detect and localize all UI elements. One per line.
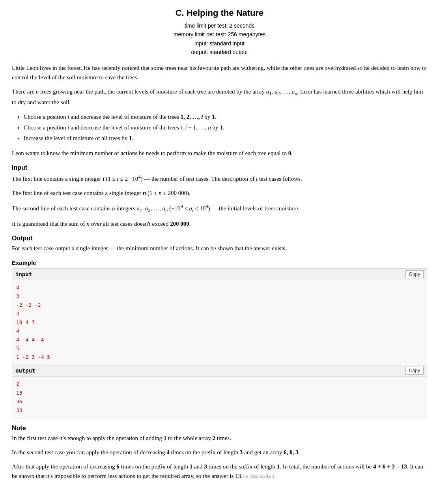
problem-title: C. Helping the Nature	[12, 8, 427, 18]
input-p1: The first line contains a single integer…	[12, 173, 427, 184]
intro-p3: Leon wants to know the minimum number of…	[12, 148, 427, 158]
n-var: n	[36, 88, 39, 95]
output-code-block: output Copy 2 13 36 33	[12, 365, 427, 418]
example-section: Example input Copy 4 3 -2 -2 -2 3 10 4 7…	[12, 259, 427, 418]
output-title: Output	[12, 235, 427, 242]
note-section: Note In the first test case it's enough …	[12, 425, 427, 481]
time-limit: time limit per test: 2 seconds	[12, 21, 427, 30]
meta-info: time limit per test: 2 seconds memory li…	[12, 21, 427, 57]
input-line-6: 4	[16, 327, 423, 335]
note-p2: In the second test case you can apply th…	[12, 448, 427, 457]
output-code-content: 2 13 36 33	[12, 377, 427, 418]
input-section: Input The first line contains a single i…	[12, 164, 427, 229]
watermark: CSDN@Stallar3.	[243, 474, 275, 479]
output-section: Output For each test case output a singl…	[12, 235, 427, 253]
input-copy-button[interactable]: Copy	[405, 270, 424, 278]
output-code-header: output Copy	[12, 365, 427, 377]
input-line-8: 5	[16, 344, 423, 353]
intro-p2: There are n trees growing near the path,…	[12, 87, 427, 107]
input-code-block: input Copy 4 3 -2 -2 -2 3 10 4 7 4 4 -4 …	[12, 268, 427, 365]
input-line-3: -2 -2 -2	[16, 301, 423, 309]
output-code-label: output	[15, 367, 35, 374]
ability-1: Choose a position i and decrease the lev…	[24, 112, 427, 122]
output-p1: For each test case output a single integ…	[12, 244, 427, 253]
output-type: output: standard output	[12, 48, 427, 56]
input-line-9: 1 -2 3 -4 5	[16, 353, 423, 362]
input-type: input: standard input	[12, 39, 427, 48]
output-copy-button[interactable]: Copy	[405, 367, 424, 375]
memory-limit: memory limit per test: 256 megabytes	[12, 30, 427, 39]
note-p1: In the first test case it's enough to ap…	[12, 433, 427, 443]
input-p2: The first line of each test case contain…	[12, 188, 427, 198]
output-line-2: 13	[16, 389, 423, 397]
input-p3: The second line of each test case contai…	[12, 202, 427, 214]
input-line-1: 4	[16, 283, 423, 292]
input-line-5: 10 4 7	[16, 318, 423, 327]
note-title: Note	[12, 425, 427, 432]
abilities-list: Choose a position i and decrease the lev…	[24, 112, 427, 144]
ability-2: Choose a position i and decrease the lev…	[24, 122, 427, 133]
input-title: Input	[12, 164, 427, 171]
input-line-4: 3	[16, 309, 423, 318]
output-line-1: 2	[16, 380, 423, 388]
output-line-4: 33	[16, 406, 423, 415]
ability-3: Increase the level of moisture of all tr…	[24, 133, 427, 144]
input-line-2: 3	[16, 292, 423, 301]
input-code-content: 4 3 -2 -2 -2 3 10 4 7 4 4 -4 4 -4 5 1 -2…	[12, 280, 427, 365]
input-p4: It is guaranteed that the sum of n over …	[12, 219, 427, 229]
input-code-header: input Copy	[12, 269, 427, 280]
input-code-label: input	[15, 271, 32, 277]
example-title: Example	[12, 259, 427, 266]
output-line-3: 36	[16, 397, 423, 406]
input-line-7: 4 -4 4 -4	[16, 335, 423, 344]
intro-p1: Little Leon lives in the forest. He has …	[12, 63, 427, 82]
note-p3: After that apply the operation of decrea…	[12, 462, 427, 481]
